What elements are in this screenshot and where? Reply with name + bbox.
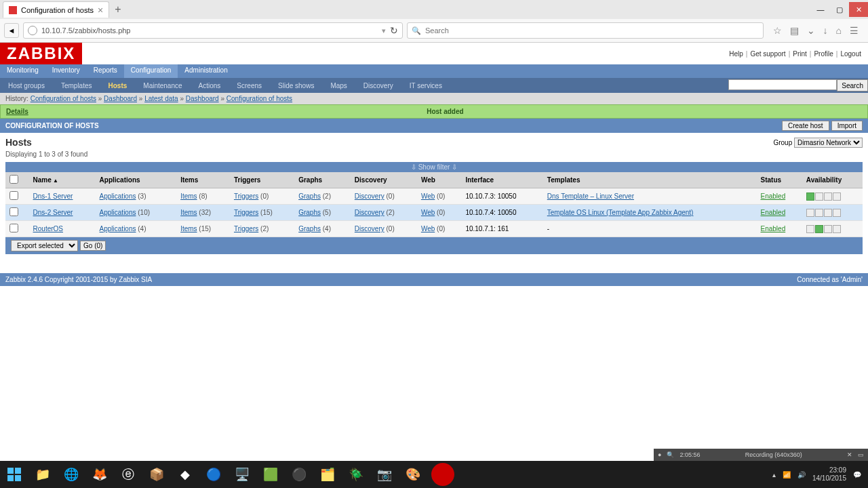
items-link[interactable]: Items (180, 209, 197, 216)
col-graphs[interactable]: Graphs (294, 172, 351, 188)
col-applications[interactable]: Applications (96, 172, 177, 188)
tray-notifications-icon[interactable]: 💬 (853, 471, 861, 479)
top-link-profile[interactable]: Profile (814, 50, 833, 58)
system-tray[interactable]: ▴ 📶 🔊 23:09 14/10/2015 💬 (772, 466, 868, 483)
graphs-link[interactable]: Graphs (298, 209, 321, 216)
history-link[interactable]: Configuration of hosts (31, 95, 96, 102)
import-button[interactable]: Import (831, 121, 863, 131)
host-name-link[interactable]: Dns-1 Server (33, 192, 73, 200)
maximize-button[interactable]: ▢ (830, 2, 849, 17)
download-icon[interactable]: ↓ (823, 25, 828, 36)
host-name-link[interactable]: Dns-2 Server (33, 209, 73, 216)
top-link-help[interactable]: Help (729, 50, 743, 58)
ie-icon[interactable]: ⓔ (114, 461, 142, 488)
discovery-link[interactable]: Discovery (355, 192, 384, 200)
app-icon-2[interactable]: ◆ (171, 461, 199, 488)
app-icon-8[interactable]: 🪲 (342, 461, 370, 488)
home-icon[interactable]: ⌂ (836, 25, 842, 36)
url-bar[interactable]: ▾ ↻ (23, 22, 403, 39)
graphs-link[interactable]: Graphs (298, 225, 321, 232)
app-icon-4[interactable]: 🖥️ (228, 461, 256, 488)
items-link[interactable]: Items (180, 192, 197, 200)
show-filter-bar[interactable]: ⇩ Show filter ⇩ (5, 162, 863, 172)
row-checkbox[interactable] (9, 191, 18, 200)
firefox-icon[interactable]: 🦊 (85, 461, 114, 488)
col-triggers[interactable]: Triggers (230, 172, 294, 188)
app-icon-5[interactable]: 🟩 (256, 461, 285, 488)
top-link-print[interactable]: Print (793, 50, 807, 58)
host-name-link[interactable]: RouterOS (33, 225, 63, 232)
apps-link[interactable]: Applications (100, 225, 136, 232)
rec-menu-icon[interactable]: ▭ (858, 451, 864, 458)
app-icon-9[interactable]: 📷 (370, 461, 399, 488)
col-availability[interactable]: Availability (802, 172, 863, 188)
submenu-hosts[interactable]: Hosts (100, 80, 136, 92)
submenu-discovery[interactable]: Discovery (355, 80, 401, 92)
submenu-it-services[interactable]: IT services (401, 80, 450, 92)
app-icon-6[interactable]: ⚫ (285, 461, 313, 488)
row-checkbox[interactable] (9, 224, 18, 232)
readlist-icon[interactable]: ▤ (790, 25, 799, 36)
banner-details[interactable]: Details (6, 108, 28, 115)
close-tab-icon[interactable]: × (98, 5, 103, 16)
start-button[interactable] (0, 461, 28, 488)
tray-volume-icon[interactable]: 🔊 (797, 471, 806, 479)
history-link[interactable]: Latest data (144, 95, 178, 102)
zabbix-search-input[interactable] (728, 79, 837, 90)
col-templates[interactable]: Templates (543, 172, 757, 188)
discovery-link[interactable]: Discovery (355, 209, 384, 216)
triggers-link[interactable]: Triggers (234, 209, 258, 216)
app-icon-1[interactable]: 📦 (142, 461, 171, 488)
submenu-host-groups[interactable]: Host groups (0, 80, 53, 92)
menu-configuration[interactable]: Configuration (124, 64, 178, 78)
web-link[interactable]: Web (421, 209, 435, 216)
row-checkbox[interactable] (9, 207, 18, 216)
menu-administration[interactable]: Administration (178, 64, 234, 78)
items-link[interactable]: Items (180, 225, 197, 232)
camtasia-overlay[interactable]: ● 🔍 2:05:56 Recording (640x360) ✕ ▭ (654, 449, 868, 461)
col-name[interactable]: Name ▲ (29, 172, 96, 188)
history-link[interactable]: Dashboard (104, 95, 137, 102)
record-button[interactable] (431, 463, 454, 486)
status-toggle[interactable]: Enabled (761, 192, 786, 200)
col-discovery[interactable]: Discovery (351, 172, 417, 188)
menu-inventory[interactable]: Inventory (45, 64, 87, 78)
group-select[interactable]: Dimasrio Network (794, 138, 863, 148)
triggers-link[interactable]: Triggers (234, 192, 258, 200)
app-icon-10[interactable]: 🎨 (399, 461, 427, 488)
top-link-logout[interactable]: Logout (840, 50, 861, 58)
bulk-select[interactable]: Export selected (11, 240, 78, 251)
explorer-icon[interactable]: 📁 (28, 461, 57, 488)
chrome-icon[interactable]: 🌐 (57, 461, 85, 488)
apps-link[interactable]: Applications (100, 192, 136, 200)
apps-link[interactable]: Applications (100, 209, 136, 216)
col-interface[interactable]: Interface (461, 172, 542, 188)
template-link[interactable]: Template OS Linux (Template App Zabbix A… (547, 209, 694, 216)
bulk-go-button[interactable]: Go (0) (80, 241, 106, 251)
web-link[interactable]: Web (421, 225, 435, 232)
reload-icon[interactable]: ↻ (390, 25, 398, 36)
search-input[interactable] (425, 26, 759, 35)
submenu-slide-shows[interactable]: Slide shows (270, 80, 322, 92)
history-link[interactable]: Dashboard (186, 95, 219, 102)
dropdown-icon[interactable]: ▾ (382, 26, 386, 35)
close-window-button[interactable]: ✕ (849, 2, 868, 17)
url-input[interactable] (41, 26, 378, 35)
col-status[interactable]: Status (757, 172, 802, 188)
zabbix-search-button[interactable]: Search (837, 79, 868, 92)
submenu-actions[interactable]: Actions (191, 80, 229, 92)
status-toggle[interactable]: Enabled (761, 225, 786, 232)
triggers-link[interactable]: Triggers (234, 225, 258, 232)
submenu-templates[interactable]: Templates (53, 80, 100, 92)
template-link[interactable]: Dns Template – Linux Server (547, 192, 634, 200)
col-items[interactable]: Items (176, 172, 230, 188)
minimize-button[interactable]: — (811, 2, 830, 17)
bookmark-icon[interactable]: ☆ (773, 25, 782, 36)
submenu-maintenance[interactable]: Maintenance (135, 80, 190, 92)
zabbix-logo[interactable]: ZABBIX (0, 43, 82, 64)
menu-monitoring[interactable]: Monitoring (0, 64, 45, 78)
browser-tab[interactable]: Configuration of hosts × (3, 1, 109, 18)
top-link-get-support[interactable]: Get support (750, 50, 785, 58)
tray-up-icon[interactable]: ▴ (772, 471, 776, 479)
submenu-screens[interactable]: Screens (229, 80, 270, 92)
